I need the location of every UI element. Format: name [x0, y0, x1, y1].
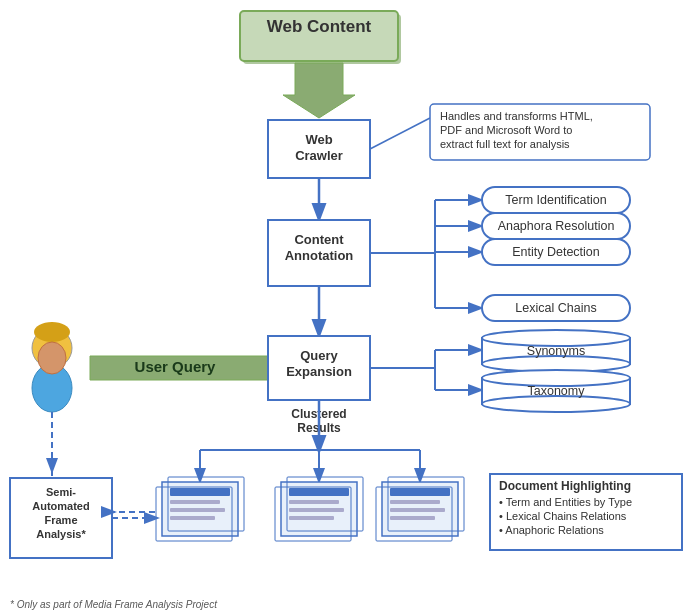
- svg-rect-57: [289, 500, 339, 504]
- svg-text:Crawler: Crawler: [295, 148, 343, 163]
- svg-rect-59: [289, 516, 334, 520]
- svg-rect-58: [289, 508, 344, 512]
- svg-point-24: [34, 322, 70, 342]
- svg-rect-49: [170, 488, 230, 496]
- web-crawler-label: Web: [305, 132, 332, 147]
- content-annotation-label: Content: [294, 232, 344, 247]
- svg-rect-64: [390, 500, 440, 504]
- svg-point-26: [38, 342, 66, 374]
- user-query-label: User Query: [135, 358, 217, 375]
- svg-point-40: [482, 396, 630, 412]
- svg-rect-66: [390, 516, 435, 520]
- lexical-chains-pill: Lexical Chains: [515, 301, 596, 315]
- svg-line-5: [370, 118, 430, 149]
- svg-text:extract full text for analysis: extract full text for analysis: [440, 138, 570, 150]
- semi-auto-label: Semi-: [46, 486, 76, 498]
- web-content-label: Web Content: [267, 17, 372, 36]
- term-identification-pill: Term Identification: [505, 193, 606, 207]
- footnote: * Only as part of Media Frame Analysis P…: [10, 599, 217, 610]
- doc-highlight-item3: • Anaphoric Relations: [499, 524, 604, 536]
- svg-marker-2: [283, 63, 355, 118]
- web-crawler-note: Handles and transforms HTML,: [440, 110, 593, 122]
- query-expansion-label: Query: [300, 348, 338, 363]
- svg-rect-63: [390, 488, 450, 496]
- diagram: Web Content Web Crawler Handles and tran…: [0, 0, 700, 616]
- doc-highlighting-label: Document Highlighting: [499, 479, 631, 493]
- svg-text:Frame: Frame: [44, 514, 77, 526]
- doc-highlight-item2: • Lexical Chains Relations: [499, 510, 627, 522]
- svg-rect-65: [390, 508, 445, 512]
- svg-text:PDF and Microsoft Word to: PDF and Microsoft Word to: [440, 124, 572, 136]
- svg-text:Annotation: Annotation: [285, 248, 354, 263]
- anaphora-resolution-pill: Anaphora Resolution: [498, 219, 615, 233]
- synonyms-pill: Synonyms: [527, 344, 585, 358]
- svg-rect-50: [170, 500, 220, 504]
- svg-text:Automated: Automated: [32, 500, 89, 512]
- svg-rect-56: [289, 488, 349, 496]
- svg-text:Analysis*: Analysis*: [36, 528, 86, 540]
- doc-highlight-item1: • Term and Entities by Type: [499, 496, 632, 508]
- entity-detection-pill: Entity Detection: [512, 245, 600, 259]
- svg-text:Expansion: Expansion: [286, 364, 352, 379]
- taxonomy-pill: Taxonomy: [528, 384, 586, 398]
- svg-rect-52: [170, 516, 215, 520]
- svg-rect-51: [170, 508, 225, 512]
